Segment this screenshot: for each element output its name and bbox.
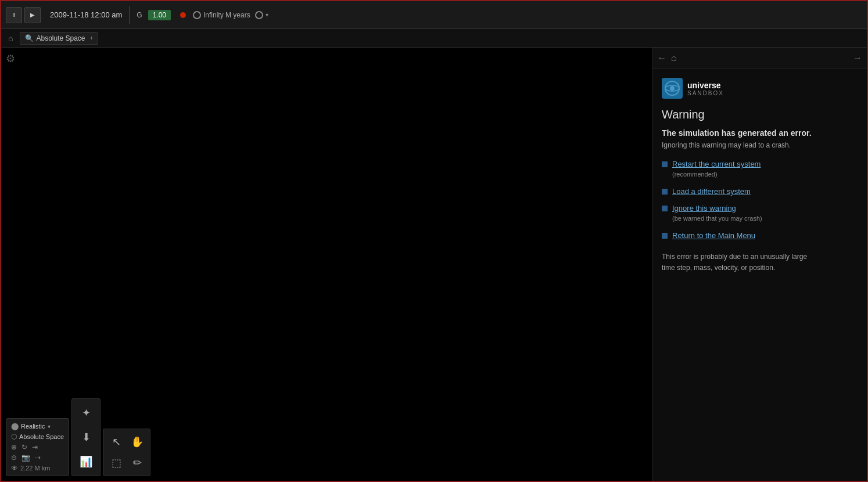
lasso-mode-button[interactable]: ✏ <box>128 454 146 472</box>
g-label: G <box>137 11 142 19</box>
ignore-warning-link[interactable]: Ignore this warning <box>672 204 762 213</box>
restart-system-sub: (recommended) <box>672 171 718 178</box>
circle-icon <box>193 11 201 19</box>
pause-button[interactable]: ⏸ <box>6 7 22 23</box>
option-4: Return to the Main Menu <box>662 231 858 240</box>
option-1: Restart the current system (recommended) <box>662 160 858 179</box>
infinity-label: Infinity M years ▾ <box>193 11 268 19</box>
logo-subtitle: SANDBOX <box>687 90 724 96</box>
right-home-button[interactable]: ⌂ <box>671 53 677 63</box>
bottom-overlay: ⬤ Realistic ▾ ⬡ Absolute Space ⊕ ↻ ⇥ <box>1 394 155 481</box>
eye-icon: 👁 <box>11 464 18 472</box>
arrow-down-tool-button[interactable]: ⬇ <box>76 427 96 448</box>
zoom-in-row: ⊕ ↻ ⇥ <box>11 443 64 451</box>
tab-bar: ⌂ 🔍 Absolute Space + <box>1 29 867 48</box>
content-area: ⚙ ⬤ Realistic ▾ ⬡ Absolute Space <box>1 48 867 481</box>
select-mode-button[interactable]: ↖ <box>107 433 125 451</box>
secondary-circle-icon <box>255 11 263 19</box>
right-nav: ← ⌂ → <box>652 48 867 69</box>
render-dropdown[interactable]: ▾ <box>48 423 51 430</box>
camera-track-icon[interactable]: ⇢ <box>35 454 41 462</box>
zoom-in-icon[interactable]: ⊕ <box>11 443 17 451</box>
pan-icon[interactable]: ⇥ <box>32 443 38 451</box>
right-panel: ← ⌂ → universe SANDBOX <box>652 48 867 481</box>
error-footer-text: This error is probably due to an unusual… <box>662 253 807 272</box>
warning-heading: Warning <box>662 108 858 121</box>
load-system-link[interactable]: Load a different system <box>672 187 751 196</box>
restart-system-link[interactable]: Restart the current system <box>672 160 761 168</box>
sim-icon: ⬡ <box>11 433 17 441</box>
bullet-2 <box>662 189 668 195</box>
logo-svg <box>663 80 681 97</box>
render-sim-panel: ⬤ Realistic ▾ ⬡ Absolute Space ⊕ ↻ ⇥ <box>6 418 69 476</box>
error-footer: This error is probably due to an unusual… <box>662 251 858 274</box>
chart-tool-button[interactable]: 📊 <box>76 451 96 472</box>
eye-row: 👁 2.22 M km <box>11 464 64 472</box>
right-content: universe SANDBOX Warning The simulation … <box>652 69 867 481</box>
separator <box>129 6 130 24</box>
search-icon-tab: 🔍 <box>25 34 34 42</box>
sim-row: ⬡ Absolute Space <box>11 433 64 441</box>
dropdown-arrow[interactable]: ▾ <box>266 12 268 18</box>
bullet-1 <box>662 161 668 167</box>
svg-point-2 <box>670 86 675 91</box>
playback-controls: ⏸ ▶ <box>6 7 41 23</box>
render-label[interactable]: Realistic <box>21 423 45 430</box>
bottom-panel: ⬤ Realistic ▾ ⬡ Absolute Space ⊕ ↻ ⇥ <box>6 398 150 476</box>
home-tab-icon[interactable]: ⌂ <box>3 31 17 45</box>
warning-note: Ignoring this warning may lead to a cras… <box>662 141 858 149</box>
app-container: ⏸ ▶ 2009-11-18 12:00 am G 1.00 Infinity … <box>1 1 867 481</box>
back-button[interactable]: ← <box>657 53 666 63</box>
camera-icon[interactable]: 📷 <box>21 454 30 462</box>
hand-mode-button[interactable]: ✋ <box>128 433 146 451</box>
logo-text: universe SANDBOX <box>687 81 724 96</box>
sun-tool-button[interactable]: ✦ <box>76 402 96 423</box>
sim-view: ⚙ ⬤ Realistic ▾ ⬡ Absolute Space <box>1 48 652 481</box>
settings-gear-button[interactable]: ⚙ <box>6 52 15 65</box>
option-3-content: Ignore this warning (be warned that you … <box>672 204 762 223</box>
top-bar: ⏸ ▶ 2009-11-18 12:00 am G 1.00 Infinity … <box>1 1 867 29</box>
tools-panel: ✦ ⬇ 📊 <box>71 398 101 476</box>
play-button[interactable]: ▶ <box>24 7 41 23</box>
return-main-menu-link[interactable]: Return to the Main Menu <box>672 231 755 240</box>
bullet-4 <box>662 233 668 239</box>
option-1-content: Restart the current system (recommended) <box>672 160 761 179</box>
option-2-content: Load a different system <box>672 187 751 196</box>
dist-label: 2.22 M km <box>20 465 50 472</box>
mode-toolbar: ↖ ✋ ⬚ ✏ <box>103 429 150 476</box>
error-description: The simulation has generated an error. <box>662 128 858 138</box>
tab-close-button[interactable]: + <box>90 35 94 41</box>
logo-icon <box>662 78 683 99</box>
render-row: ⬤ Realistic ▾ <box>11 422 64 430</box>
marquee-mode-button[interactable]: ⬚ <box>107 454 125 472</box>
render-icon: ⬤ <box>11 422 19 430</box>
sim-label[interactable]: Absolute Space <box>19 433 64 440</box>
red-dot-indicator <box>180 12 186 18</box>
bullet-3 <box>662 206 668 211</box>
forward-button[interactable]: → <box>853 53 862 63</box>
logo-title: universe <box>687 81 724 90</box>
rotate-icon[interactable]: ↻ <box>21 443 27 451</box>
ignore-warning-sub: (be warned that you may crash) <box>672 215 762 222</box>
g-value: 1.00 <box>148 10 171 20</box>
options-list: Restart the current system (recommended)… <box>662 160 858 240</box>
tab-label: Absolute Space <box>36 34 85 42</box>
option-3: Ignore this warning (be warned that you … <box>662 204 858 223</box>
logo-area: universe SANDBOX <box>662 78 858 99</box>
option-4-content: Return to the Main Menu <box>672 231 755 240</box>
zoom-out-icon[interactable]: ⊖ <box>11 454 17 462</box>
absolute-space-tab[interactable]: 🔍 Absolute Space + <box>20 32 98 45</box>
zoom-out-row: ⊖ 📷 ⇢ <box>11 454 64 462</box>
timestamp-label: 2009-11-18 12:00 am <box>50 10 122 19</box>
option-2: Load a different system <box>662 187 858 196</box>
